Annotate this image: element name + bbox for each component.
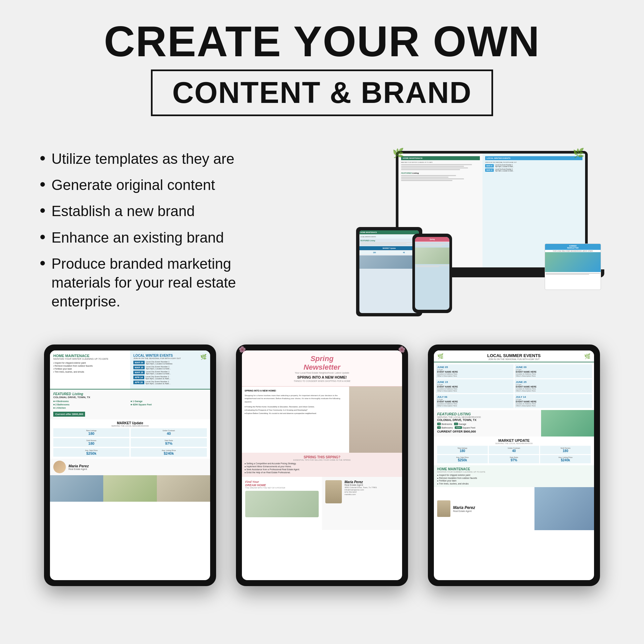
t3-agent-info: Maria Perez Real Estate Agent [453,505,475,512]
t2-tip-1: ● Setting a Competitive and Accurate Pri… [245,462,399,465]
t1-kitchen: ■ 1 Kitchen [53,407,130,409]
t1-stat-1: New Listings 180 [53,428,129,437]
t1-home-subtitle: MAINTAIN YOUR WINTER CLEANING UP-TO-DATE [53,358,127,360]
t1-garage: ■ 1 Garage [131,400,207,402]
feature-item-5: Produce branded marketing materials for … [40,254,285,311]
t1-header: HOME MAINTENACE MAINTAIN YOUR WINTER CLE… [50,350,210,389]
tablet-2: 🌸 🌸 SpringNewsletter Your Local Real Est… [236,345,408,586]
t2-spring-headline: SPRING INTO A NEW HOME! [246,375,398,379]
t3-maint-3: ● Fertilize your lawn [437,480,591,482]
t1-event-3: MAR 26 Local City Event Number 14pm-8pm,… [133,371,207,375]
phone-screen: Spring [415,237,449,310]
t2-spring-title: SpringNewsletter [246,354,398,372]
t3-prop-grid: 4 Bedrooms 1 Garage [437,423,538,425]
t3-maint-sub: MAINTAIN YOUR SUMMER CLEANING UP-TO-DATE [437,471,591,473]
t1-stat-2: Under Contract 40 [131,428,207,437]
t1-offer: Current offer $900,000 [53,412,85,417]
t1-address: COLONIAL DRIVE, TOWN, TX [53,396,207,399]
feature-item-2: Generate original content [40,175,285,194]
t3-stat-2: Under Contract 40 [489,446,539,454]
t3-featured-wrapper: FEATURED LISTING SERVING THE LOCAL NEIGH… [434,410,594,437]
t1-sqft: ■ 4294 Square Feet [131,403,207,406]
t1-market-title: MARKET Update [53,421,207,425]
t2-body-paragraph: Shopping for a home involves more than s… [245,394,346,404]
t3-event-3: JUNE 15 1-5 pm EVENT NAME HERE Location … [436,379,514,393]
t2-body-image [349,387,402,453]
hero-section: CREATE YOUR OWN CONTENT & BRAND [0,0,644,129]
t1-stat-6: Avg. Listing Price $240k [131,448,207,457]
t2-things: THINGS TO CONSIDER WHEN SHOPPING FOR A H… [246,380,398,382]
t2-contact-email: info@mariaperez.com [345,489,377,491]
t1-market-sub: SERVING THE LOCAL NEIGHBORHOOD [53,425,207,427]
t3-sqft: 4294 Square Feet [455,426,475,429]
t1-bedrooms: ■ 4 Bedrooms [53,400,130,402]
t3-market-grid: New listings 180 Under Contract 40 Sold … [437,446,591,463]
t3-address: COLONIAL DRIVE, TOWN, TX [437,418,538,422]
t2-tip-4: ● Enlist the Help of an Real Estate Prof… [245,471,399,474]
t2-body-text: SPRING INTO A NEW HOME! Shopping for a h… [242,387,349,453]
t3-featured-listing-text: SERVING THE LOCAL NEIGHBORHOOD [437,416,538,418]
laptop-home-title: HOME MAINTENACE [401,156,480,160]
t3-agent-avatar [437,500,450,517]
feature-item-1: Utilize templates as they are [40,149,285,168]
t3-stat-4: Avg. Sale Price $250k [437,455,488,463]
t3-listing-image-2 [534,487,594,530]
t2-spring-section: SPRING THIS SRPING? ESSENTIAL TIPS FOR S… [242,453,402,477]
tablet-3: 🌿 🌿 LOCAL SUMMER EVENTS JOIN IN ON THE S… [428,345,600,586]
t2-spring-this-sub: ESSENTIAL TIPS FOR SELLING YOUR HOME IN … [245,459,399,461]
t3-event-4: JUNE 25 1-5 pm EVENT NAME HERE Location … [515,379,592,393]
t1-event-4: APR 14 Local City Event Number 14pm-8pm,… [133,376,207,380]
t1-featured-section: FEATURED Listing COLONIAL DRIVE, TOWN, T… [50,389,210,419]
t1-listing-label: Listing [72,392,83,396]
t1-bullet-3: • Fertilize your lawn [53,368,127,370]
t3-stat-5: Sale Ratio 97% [489,455,539,463]
t1-img-1 [50,475,103,502]
t2-agent-section: Maria Perez Real Estate Agent 3850 Colon… [322,477,402,530]
laptop-right-panel: LOCAL WINTER EVENTS JOIN IN ON THE SEASO… [483,154,585,267]
t3-prop-grid-2: 3 Bathrooms 4294 Square Feet [437,426,538,429]
t2-body-bullets: ● Finding the Perfect home: Accessibilit… [245,405,346,415]
t1-featured-label: FEATURED [53,392,71,396]
t1-home-section: HOME MAINTENACE MAINTAIN YOUR WINTER CLE… [50,350,130,389]
hero-subtitle: CONTENT & BRAND [172,76,472,110]
t3-maint-2: ● Remove insulation from outdoor faucets [437,477,591,479]
t3-event-2: JUNE 09 1-5 pm EVENT NAME HERE Location … [515,364,592,378]
t1-bullet-1: • Inspect for chipped exterior paint [53,362,127,364]
t3-event-5: JULY 06 1-5 pm EVENT NAME HERE Location … [436,394,514,408]
t2-dream-title: Find YourDREAM HOME [245,480,319,487]
t2-bullet-2: ● Evaluating the Prospects of Your Commu… [245,409,346,411]
tablet-3-screen: 🌿 🌿 LOCAL SUMMER EVENTS JOIN IN ON THE S… [434,350,594,580]
t3-stat-6: Avg. Listing Price $240k [540,455,591,463]
t3-offer: CURRENT OFFER $900,000 [437,430,538,433]
t3-listing-word: LISTING [458,412,471,416]
t3-agent-title: Real Estate Agent [453,510,475,512]
t1-agent-info: Maria Perez Real Estate Agent [69,464,89,470]
small-tablet-screen: HOME MAINTENACE LOCAL WINTER EVENTS FEAT… [359,230,419,313]
t3-stat-1: New listings 180 [437,446,488,454]
t1-home-title: HOME MAINTENACE [53,354,127,358]
t2-spring-sub: Your Local Real Estate Neighborhood: Lat… [246,372,398,374]
t3-event-6: JULY 14 1-5 pm EVENT NAME HERE Location … [515,394,592,408]
phone-mockup: Spring [412,234,452,313]
laptop-winter-title: LOCAL WINTER EVENTS [485,156,582,160]
t2-agent-info: Maria Perez Real Estate Agent 3850 Colon… [345,480,377,527]
t3-garage: 1 Garage [454,423,466,425]
tablets-row: HOME MAINTENACE MAINTAIN YOUR WINTER CLE… [0,331,644,613]
t1-bullet-4: • Trim trees, bushes, and shrubs [53,371,127,373]
t1-img-3 [157,475,210,502]
t1-agent-title: Real Estate Agent [69,468,89,470]
t2-agent-avatar [325,480,342,503]
t1-winter-title: LOCAL WINTER EVENTS [133,354,207,357]
t3-listing-image [541,410,594,437]
t1-market-section: MARKET Update SERVING THE LOCAL NEIGHBOR… [50,419,210,459]
devices-mockup: 🌿 🌿 HOME MAINTENACE MAINTAIN YOUR WINTER… [356,151,604,316]
t1-agent-avatar [53,461,66,473]
t2-agent-role: Real Estate Agent [345,484,377,486]
t1-agent-name: Maria Perez [69,464,89,468]
t3-maint-1: ● Inspect for chipped exterior paint [437,474,591,476]
t2-spring-this-title: SPRING THIS SRPING? [245,455,399,459]
middle-section: Utilize templates as they are Generate o… [0,129,644,331]
t2-contact-address: 3850 Colonial Drive, Town, Tx 77801 [345,486,377,488]
tablet-1-screen: HOME MAINTENACE MAINTAIN YOUR WINTER CLE… [50,350,210,580]
t1-bullet-2: • Remove insulation from outdoor faucets [53,365,127,367]
